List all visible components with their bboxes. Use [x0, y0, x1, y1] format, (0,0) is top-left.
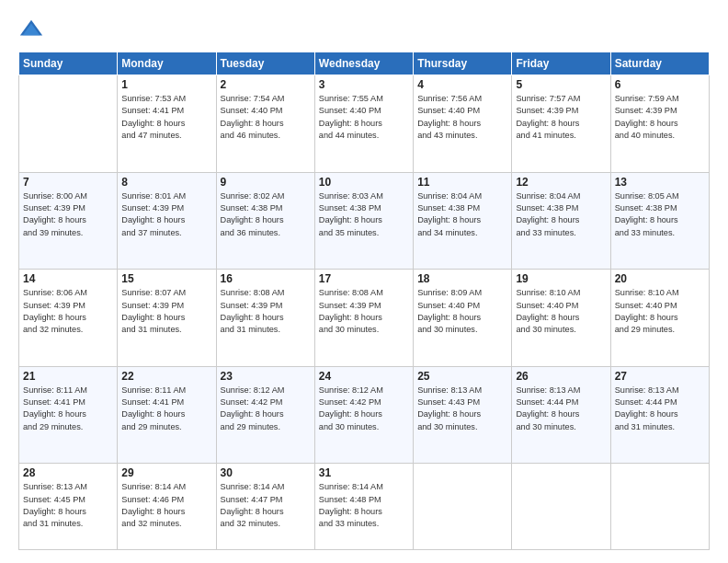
day-number: 23	[221, 370, 311, 383]
day-info: Sunrise: 8:02 AM Sunset: 4:38 PM Dayligh…	[221, 190, 311, 239]
calendar-cell: 7Sunrise: 8:00 AM Sunset: 4:39 PM Daylig…	[19, 172, 118, 270]
day-info: Sunrise: 7:54 AM Sunset: 4:40 PM Dayligh…	[221, 93, 311, 142]
logo	[18, 17, 48, 42]
day-info: Sunrise: 8:05 AM Sunset: 4:38 PM Dayligh…	[615, 190, 705, 239]
calendar-cell: 4Sunrise: 7:56 AM Sunset: 4:40 PM Daylig…	[414, 75, 512, 173]
calendar-cell: 9Sunrise: 8:02 AM Sunset: 4:38 PM Daylig…	[216, 172, 314, 270]
day-number: 9	[221, 176, 311, 189]
calendar-cell: 28Sunrise: 8:13 AM Sunset: 4:45 PM Dayli…	[19, 464, 118, 550]
day-number: 22	[121, 370, 211, 383]
weekday-header-saturday: Saturday	[610, 52, 709, 75]
day-number: 5	[516, 78, 606, 91]
calendar-cell: 19Sunrise: 8:10 AM Sunset: 4:40 PM Dayli…	[512, 270, 610, 367]
weekday-header-monday: Monday	[118, 52, 216, 75]
day-number: 14	[23, 272, 113, 285]
day-info: Sunrise: 8:09 AM Sunset: 4:40 PM Dayligh…	[417, 287, 507, 336]
calendar-cell: 3Sunrise: 7:55 AM Sunset: 4:40 PM Daylig…	[314, 75, 413, 173]
day-info: Sunrise: 8:14 AM Sunset: 4:46 PM Dayligh…	[121, 481, 211, 530]
calendar-cell: 31Sunrise: 8:14 AM Sunset: 4:48 PM Dayli…	[314, 464, 413, 550]
day-number: 10	[319, 176, 409, 189]
day-info: Sunrise: 7:53 AM Sunset: 4:41 PM Dayligh…	[121, 93, 211, 142]
weekday-header-sunday: Sunday	[19, 52, 118, 75]
day-info: Sunrise: 8:13 AM Sunset: 4:44 PM Dayligh…	[516, 385, 606, 433]
day-number: 31	[319, 466, 409, 479]
calendar-cell: 29Sunrise: 8:14 AM Sunset: 4:46 PM Dayli…	[118, 464, 216, 550]
day-number: 29	[121, 466, 211, 479]
calendar-cell: 27Sunrise: 8:13 AM Sunset: 4:44 PM Dayli…	[610, 366, 709, 464]
day-number: 1	[121, 78, 211, 91]
weekday-header-wednesday: Wednesday	[314, 52, 413, 75]
weekday-header-friday: Friday	[512, 52, 610, 75]
day-number: 28	[23, 466, 113, 479]
day-info: Sunrise: 8:14 AM Sunset: 4:48 PM Dayligh…	[319, 481, 409, 530]
calendar-cell: 10Sunrise: 8:03 AM Sunset: 4:38 PM Dayli…	[314, 172, 413, 270]
day-info: Sunrise: 8:13 AM Sunset: 4:44 PM Dayligh…	[615, 385, 705, 433]
day-info: Sunrise: 8:03 AM Sunset: 4:38 PM Dayligh…	[319, 190, 409, 239]
calendar-cell: 6Sunrise: 7:59 AM Sunset: 4:39 PM Daylig…	[610, 75, 709, 173]
header	[18, 17, 710, 42]
day-info: Sunrise: 8:06 AM Sunset: 4:39 PM Dayligh…	[23, 287, 113, 336]
day-info: Sunrise: 8:00 AM Sunset: 4:39 PM Dayligh…	[23, 190, 113, 239]
day-info: Sunrise: 8:01 AM Sunset: 4:39 PM Dayligh…	[121, 190, 211, 239]
calendar-cell: 17Sunrise: 8:08 AM Sunset: 4:39 PM Dayli…	[314, 270, 413, 367]
calendar-table: SundayMondayTuesdayWednesdayThursdayFrid…	[18, 52, 710, 550]
calendar-cell: 22Sunrise: 8:11 AM Sunset: 4:41 PM Dayli…	[118, 366, 216, 464]
day-number: 2	[221, 78, 311, 91]
day-info: Sunrise: 8:12 AM Sunset: 4:42 PM Dayligh…	[319, 385, 409, 433]
day-info: Sunrise: 7:55 AM Sunset: 4:40 PM Dayligh…	[319, 93, 409, 142]
calendar-cell: 21Sunrise: 8:11 AM Sunset: 4:41 PM Dayli…	[19, 366, 118, 464]
logo-icon	[18, 17, 44, 42]
day-number: 18	[417, 272, 507, 285]
calendar-cell: 24Sunrise: 8:12 AM Sunset: 4:42 PM Dayli…	[314, 366, 413, 464]
calendar-cell: 8Sunrise: 8:01 AM Sunset: 4:39 PM Daylig…	[118, 172, 216, 270]
day-info: Sunrise: 8:12 AM Sunset: 4:42 PM Dayligh…	[221, 385, 311, 433]
day-info: Sunrise: 8:04 AM Sunset: 4:38 PM Dayligh…	[516, 190, 606, 239]
day-info: Sunrise: 7:59 AM Sunset: 4:39 PM Dayligh…	[615, 93, 705, 142]
day-info: Sunrise: 8:10 AM Sunset: 4:40 PM Dayligh…	[516, 287, 606, 336]
day-info: Sunrise: 8:11 AM Sunset: 4:41 PM Dayligh…	[23, 385, 113, 433]
day-number: 27	[615, 370, 705, 383]
day-number: 20	[615, 272, 705, 285]
calendar-cell: 23Sunrise: 8:12 AM Sunset: 4:42 PM Dayli…	[216, 366, 314, 464]
day-number: 7	[23, 176, 113, 189]
weekday-header-tuesday: Tuesday	[216, 52, 314, 75]
calendar-cell: 16Sunrise: 8:08 AM Sunset: 4:39 PM Dayli…	[216, 270, 314, 367]
day-info: Sunrise: 8:10 AM Sunset: 4:40 PM Dayligh…	[615, 287, 705, 336]
day-number: 3	[319, 78, 409, 91]
day-info: Sunrise: 8:13 AM Sunset: 4:45 PM Dayligh…	[23, 481, 113, 530]
day-number: 15	[121, 272, 211, 285]
day-number: 16	[221, 272, 311, 285]
calendar-cell: 2Sunrise: 7:54 AM Sunset: 4:40 PM Daylig…	[216, 75, 314, 173]
calendar-cell: 5Sunrise: 7:57 AM Sunset: 4:39 PM Daylig…	[512, 75, 610, 173]
day-info: Sunrise: 8:14 AM Sunset: 4:47 PM Dayligh…	[221, 481, 311, 530]
day-info: Sunrise: 8:13 AM Sunset: 4:43 PM Dayligh…	[417, 385, 507, 433]
calendar-cell: 13Sunrise: 8:05 AM Sunset: 4:38 PM Dayli…	[610, 172, 709, 270]
day-info: Sunrise: 8:04 AM Sunset: 4:38 PM Dayligh…	[417, 190, 507, 239]
calendar-cell: 18Sunrise: 8:09 AM Sunset: 4:40 PM Dayli…	[414, 270, 512, 367]
calendar-cell: 14Sunrise: 8:06 AM Sunset: 4:39 PM Dayli…	[19, 270, 118, 367]
day-number: 4	[417, 78, 507, 91]
weekday-header-thursday: Thursday	[414, 52, 512, 75]
page: SundayMondayTuesdayWednesdayThursdayFrid…	[0, 0, 728, 563]
calendar-cell: 20Sunrise: 8:10 AM Sunset: 4:40 PM Dayli…	[610, 270, 709, 367]
day-number: 11	[417, 176, 507, 189]
day-info: Sunrise: 8:08 AM Sunset: 4:39 PM Dayligh…	[319, 287, 409, 336]
calendar-cell	[610, 464, 709, 550]
day-number: 30	[221, 466, 311, 479]
day-number: 12	[516, 176, 606, 189]
calendar-cell: 11Sunrise: 8:04 AM Sunset: 4:38 PM Dayli…	[414, 172, 512, 270]
day-info: Sunrise: 7:57 AM Sunset: 4:39 PM Dayligh…	[516, 93, 606, 142]
day-number: 8	[121, 176, 211, 189]
calendar-cell: 25Sunrise: 8:13 AM Sunset: 4:43 PM Dayli…	[414, 366, 512, 464]
day-number: 17	[319, 272, 409, 285]
day-number: 6	[615, 78, 705, 91]
calendar-cell: 26Sunrise: 8:13 AM Sunset: 4:44 PM Dayli…	[512, 366, 610, 464]
day-number: 25	[417, 370, 507, 383]
calendar-cell	[414, 464, 512, 550]
day-info: Sunrise: 8:07 AM Sunset: 4:39 PM Dayligh…	[121, 287, 211, 336]
calendar-cell: 30Sunrise: 8:14 AM Sunset: 4:47 PM Dayli…	[216, 464, 314, 550]
calendar-cell: 1Sunrise: 7:53 AM Sunset: 4:41 PM Daylig…	[118, 75, 216, 173]
day-info: Sunrise: 8:08 AM Sunset: 4:39 PM Dayligh…	[221, 287, 311, 336]
calendar-cell	[19, 75, 118, 173]
day-number: 13	[615, 176, 705, 189]
